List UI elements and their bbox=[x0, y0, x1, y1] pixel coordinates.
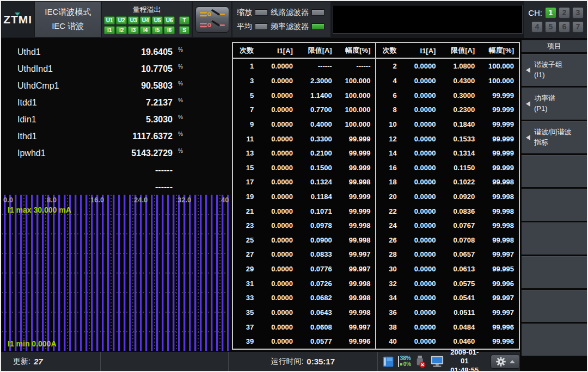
sidebar-item-empty[interactable] bbox=[522, 324, 587, 356]
harmonic-bar bbox=[64, 195, 65, 351]
sidebar-item-3[interactable]: 谐波/间谐波指标 bbox=[522, 121, 587, 153]
settings-menu-button[interactable] bbox=[491, 355, 520, 369]
statusbar-spacer bbox=[101, 352, 229, 371]
overflow-indicator-u5: U5 bbox=[152, 16, 163, 24]
table-cell: 0.0000 bbox=[259, 73, 298, 88]
table-cell: 0.4000 bbox=[298, 117, 337, 132]
measurement-value: ------ bbox=[99, 182, 173, 192]
table-row: 230.00000.097899.998240.00000.076799.998 bbox=[233, 218, 519, 233]
brand-logo: ZTMI bbox=[2, 2, 34, 37]
table-cell: 99.997 bbox=[480, 291, 519, 306]
measurement-value: 19.6405 bbox=[99, 47, 173, 57]
sidebar-item-empty[interactable] bbox=[522, 155, 587, 187]
table-header-0: 次数 bbox=[376, 43, 401, 58]
table-header-0: 次数 bbox=[233, 43, 259, 58]
measurement-unit: % bbox=[178, 128, 183, 137]
channel-button-2[interactable]: 2 bbox=[559, 7, 570, 18]
frequency-filter-toggle[interactable] bbox=[311, 23, 324, 30]
table-cell: 99.995 bbox=[480, 262, 519, 276]
channel-button-1[interactable]: 1 bbox=[545, 7, 556, 18]
harmonic-bar bbox=[194, 195, 196, 351]
overflow-indicator-u4: U4 bbox=[140, 16, 151, 24]
table-cell: 1 bbox=[233, 58, 259, 73]
measurement-name: Ipwhd1 bbox=[17, 148, 99, 158]
update-label: 更新: bbox=[13, 357, 30, 367]
table-cell: 13 bbox=[233, 146, 259, 160]
harmonic-bar bbox=[4, 195, 5, 351]
storage-icon bbox=[382, 355, 394, 368]
harmonic-bar bbox=[36, 195, 38, 351]
sidebar-item-empty[interactable] bbox=[522, 256, 587, 288]
table-cell: 0.0000 bbox=[259, 117, 298, 132]
table-cell: 0.0000 bbox=[402, 204, 441, 219]
cpu-usage-percent: 0% bbox=[400, 362, 411, 368]
sidebar-item-1[interactable]: 谐波子组(I1) bbox=[522, 54, 587, 86]
cpu-dot bbox=[400, 363, 402, 365]
table-cell: 1.0800 bbox=[440, 58, 480, 73]
overflow-indicator-row-voltage: U1U2U3U4U5U6T bbox=[104, 16, 189, 24]
chart-x-tick: 0.0 bbox=[3, 196, 13, 204]
table-cell: 18 bbox=[376, 175, 401, 190]
status-bar: 更新: 27 运行时间: 0:35:17 38% 0% bbox=[1, 351, 520, 371]
table-cell: 0.0708 bbox=[440, 233, 480, 247]
wiring-button[interactable] bbox=[195, 7, 229, 33]
overflow-indicator-row-current: I1I2I3I4I5I6S bbox=[104, 26, 189, 34]
table-cell: 99.999 bbox=[480, 117, 519, 132]
table-row: 330.00000.068299.998340.00000.054199.997 bbox=[233, 291, 519, 306]
table-cell: 99.998 bbox=[480, 218, 519, 233]
overflow-indicator-u1: U1 bbox=[104, 16, 115, 24]
harmonic-bar bbox=[222, 195, 223, 351]
table-cell: 28 bbox=[376, 247, 401, 262]
item-sidebar: 项目 谐波子组(I1)功率谱(P1)谐波/间谐波指标 bbox=[521, 39, 587, 371]
table-cell: 99.998 bbox=[480, 175, 519, 190]
table-row: 370.00000.060899.997380.00000.048499.996 bbox=[233, 320, 519, 334]
channel-button-6[interactable]: 6 bbox=[559, 21, 570, 33]
overflow-indicator-u2: U2 bbox=[116, 16, 127, 24]
table-cell: 0.0000 bbox=[402, 73, 441, 88]
table-cell: 99.999 bbox=[337, 204, 376, 219]
table-row: 50.00001.1400100.00060.00000.300099.999 bbox=[233, 88, 519, 103]
channel-button-5[interactable]: 5 bbox=[545, 21, 556, 33]
measurement-name: Itdd1 bbox=[17, 98, 99, 108]
table-cell: 0.0000 bbox=[402, 305, 441, 320]
channel-button-7[interactable]: 7 bbox=[572, 21, 584, 33]
table-row: 90.00000.4000100.000100.00000.184099.999 bbox=[233, 117, 519, 132]
sidebar-item-line2: (P1) bbox=[534, 104, 555, 114]
table-cell: 0.0460 bbox=[440, 334, 480, 349]
table-cell: 99.998 bbox=[337, 276, 376, 291]
table-cell: 0.1500 bbox=[298, 160, 337, 175]
table-row: 170.00000.132499.998180.00000.102299.998 bbox=[233, 175, 519, 190]
sidebar-item-empty[interactable] bbox=[522, 189, 587, 221]
average-toggle[interactable] bbox=[255, 23, 268, 30]
table-cell: 0.1184 bbox=[298, 189, 337, 204]
sidebar-item-empty[interactable] bbox=[522, 222, 587, 255]
table-cell: 0.0608 bbox=[298, 320, 337, 334]
update-counter: 更新: 27 bbox=[1, 352, 101, 371]
update-value: 27 bbox=[34, 357, 43, 366]
table-cell: 0.0575 bbox=[440, 276, 480, 291]
table-cell: 0.0000 bbox=[402, 117, 441, 132]
table-cell: 19 bbox=[233, 189, 259, 204]
harmonic-bar bbox=[75, 195, 76, 351]
zoom-toggle[interactable] bbox=[255, 9, 268, 16]
table-cell: 8 bbox=[376, 103, 401, 117]
table-cell: 99.998 bbox=[480, 233, 519, 247]
table-cell: 0.2100 bbox=[298, 146, 337, 160]
gauge-bar bbox=[398, 356, 399, 367]
table-header-1: I1[A] bbox=[259, 43, 298, 58]
harmonic-bar bbox=[42, 195, 44, 351]
table-cell: 0.3000 bbox=[440, 88, 480, 103]
runtime-value: 0:35:17 bbox=[307, 357, 335, 366]
channel-button-3[interactable]: 3 bbox=[572, 7, 584, 18]
table-cell: 99.996 bbox=[480, 334, 519, 349]
zoom-toggle-label: 缩放 bbox=[237, 8, 252, 17]
table-cell: 99.998 bbox=[337, 233, 376, 247]
sidebar-item-line2: (I1) bbox=[534, 70, 562, 80]
table-cell: 15 bbox=[233, 160, 259, 175]
range-overflow-panel: 量程溢出 U1U2U3U4U5U6T I1I2I3I4I5I6S bbox=[102, 2, 192, 37]
sidebar-item-2[interactable]: 功率谱(P1) bbox=[522, 88, 587, 120]
line-filter-toggle[interactable] bbox=[311, 9, 324, 16]
sidebar-item-empty[interactable] bbox=[522, 290, 587, 322]
channel-button-4[interactable]: 4 bbox=[531, 21, 543, 33]
measurement-unit: % bbox=[178, 94, 183, 103]
